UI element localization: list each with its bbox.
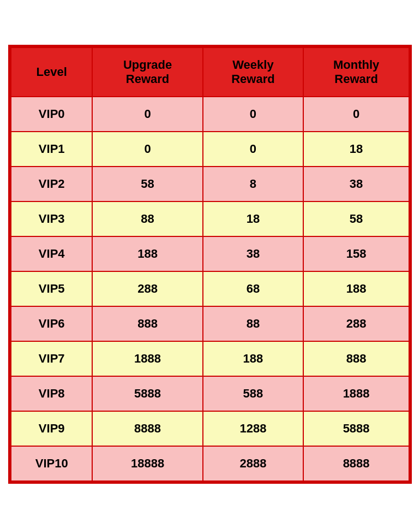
cell-upgrade: 5888 [92,376,202,411]
table-row: VIP258838 [11,167,410,201]
cell-weekly: 8 [203,167,304,201]
cell-upgrade: 88 [92,201,202,236]
cell-upgrade: 58 [92,167,202,201]
cell-level: VIP9 [11,411,93,446]
cell-level: VIP6 [11,306,93,341]
cell-level: VIP5 [11,271,93,306]
cell-monthly: 1888 [303,376,409,411]
cell-upgrade: 18888 [92,446,202,482]
table-row: VIP71888188888 [11,341,410,376]
cell-level: VIP0 [11,97,93,132]
cell-monthly: 888 [303,341,409,376]
cell-weekly: 2888 [203,446,304,482]
cell-weekly: 38 [203,236,304,271]
cell-weekly: 588 [203,376,304,411]
cell-monthly: 158 [303,236,409,271]
vip-rewards-table: Level UpgradeReward WeeklyReward Monthly… [8,45,412,484]
cell-weekly: 1288 [203,411,304,446]
cell-monthly: 38 [303,167,409,201]
header-upgrade-reward: UpgradeReward [92,47,202,97]
cell-monthly: 18 [303,132,409,167]
cell-level: VIP10 [11,446,93,482]
cell-level: VIP1 [11,132,93,167]
table-row: VIP101888828888888 [11,446,410,482]
cell-monthly: 0 [303,97,409,132]
cell-upgrade: 1888 [92,341,202,376]
cell-upgrade: 188 [92,236,202,271]
cell-upgrade: 888 [92,306,202,341]
cell-weekly: 88 [203,306,304,341]
header-weekly-reward: WeeklyReward [203,47,304,97]
table-row: VIP0000 [11,97,410,132]
cell-weekly: 18 [203,201,304,236]
cell-monthly: 8888 [303,446,409,482]
table-row: VIP528868188 [11,271,410,306]
table-row: VIP858885881888 [11,376,410,411]
cell-weekly: 68 [203,271,304,306]
table-row: VIP3881858 [11,201,410,236]
table-row: VIP688888288 [11,306,410,341]
cell-weekly: 0 [203,132,304,167]
cell-monthly: 288 [303,306,409,341]
cell-weekly: 0 [203,97,304,132]
table-header-row: Level UpgradeReward WeeklyReward Monthly… [11,47,410,97]
cell-level: VIP7 [11,341,93,376]
cell-level: VIP2 [11,167,93,201]
cell-upgrade: 0 [92,97,202,132]
cell-upgrade: 0 [92,132,202,167]
cell-monthly: 5888 [303,411,409,446]
cell-level: VIP4 [11,236,93,271]
cell-upgrade: 8888 [92,411,202,446]
header-monthly-reward: MonthlyReward [303,47,409,97]
table-row: VIP418838158 [11,236,410,271]
cell-level: VIP8 [11,376,93,411]
table-row: VIP9888812885888 [11,411,410,446]
cell-upgrade: 288 [92,271,202,306]
cell-level: VIP3 [11,201,93,236]
table-row: VIP10018 [11,132,410,167]
cell-weekly: 188 [203,341,304,376]
header-level: Level [11,47,93,97]
cell-monthly: 188 [303,271,409,306]
cell-monthly: 58 [303,201,409,236]
